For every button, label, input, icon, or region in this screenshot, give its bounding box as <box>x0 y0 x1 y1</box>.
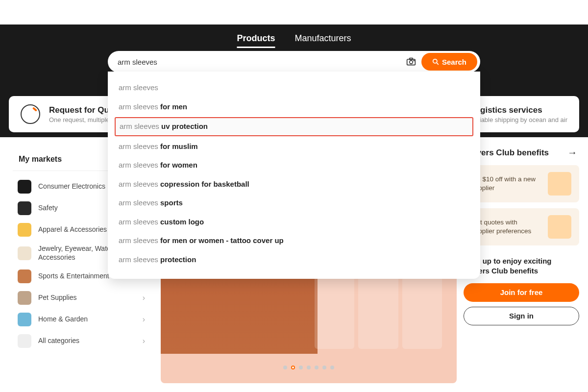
carousel-dot[interactable] <box>322 366 326 369</box>
market-item[interactable]: Home & Garden› <box>13 309 150 330</box>
search-type-tabs: Products Manufacturers <box>237 33 351 48</box>
suggestion-completion: for muslim <box>160 142 198 150</box>
suggestion-completion: for women <box>160 161 197 169</box>
suggestion-completion: for men <box>160 102 187 111</box>
signup-prompt-text: Sign up to enjoy exciting Buyers Club be… <box>465 256 578 276</box>
suggestion-completion: custom logo <box>160 218 204 226</box>
suggestion-prefix: arm sleeves <box>119 142 160 150</box>
chevron-right-icon: › <box>143 294 145 302</box>
svg-line-5 <box>437 63 439 65</box>
market-category-icon <box>18 291 31 305</box>
market-category-icon <box>18 313 31 326</box>
suggestion-prefix: arm sleeves <box>119 255 160 264</box>
carousel-dots <box>283 366 334 369</box>
search-suggestion[interactable]: arm sleeves sports <box>108 194 480 213</box>
suggestion-prefix: arm sleeves <box>119 198 160 207</box>
market-category-icon <box>18 223 31 237</box>
suggestion-prefix: arm sleeves <box>119 180 160 188</box>
suggestion-completion: uv protection <box>161 122 208 130</box>
logistics-title: Logistics services <box>470 105 567 115</box>
carousel-dot[interactable] <box>315 366 318 369</box>
search-suggestion[interactable]: arm sleeves for men or women - tattoo co… <box>108 231 480 250</box>
carousel-dot[interactable] <box>291 366 295 369</box>
benefit-card-quotes[interactable]: Get quotes with supplier preferences <box>464 208 579 245</box>
logistics-right[interactable]: Logistics services Reliable shipping by … <box>470 105 567 123</box>
suggestion-completion: protection <box>160 255 196 264</box>
benefit-text: Get quotes with supplier preferences <box>471 218 542 236</box>
search-suggestion[interactable]: arm sleeves protection <box>108 250 480 270</box>
suggestion-prefix: arm sleeves <box>119 102 160 111</box>
svg-point-3 <box>414 60 414 61</box>
suggestion-completion: for men or women - tattoo cover up <box>160 236 284 245</box>
market-item[interactable]: Pet Supplies› <box>13 287 150 309</box>
tab-manufacturers[interactable]: Manufacturers <box>294 33 351 48</box>
svg-point-4 <box>433 59 437 63</box>
buyers-club-column: Buyers Club benefits → US $10 off with a… <box>464 145 579 383</box>
chevron-right-icon: › <box>143 315 145 324</box>
market-label: Home & Garden <box>38 315 136 324</box>
suggestion-prefix: arm sleeves <box>120 122 161 130</box>
suggestion-prefix: arm sleeves <box>119 161 160 169</box>
search-suggestion[interactable]: arm sleeves for muslim <box>108 137 480 156</box>
market-category-icon <box>18 334 31 348</box>
search-suggestion[interactable]: arm sleeves for men <box>108 98 480 117</box>
market-item[interactable]: All categories› <box>13 330 150 352</box>
carousel-dot[interactable] <box>330 366 334 369</box>
carousel-dot[interactable] <box>283 366 287 369</box>
search-suggestion[interactable]: arm sleeves custom logo <box>108 213 480 232</box>
market-label: All categories <box>38 337 136 345</box>
preferences-icon <box>548 215 571 239</box>
search-input[interactable] <box>118 58 401 66</box>
rfq-target-icon <box>21 104 40 124</box>
sign-in-button[interactable]: Sign in <box>464 307 579 325</box>
join-free-button[interactable]: Join for free <box>464 283 579 302</box>
image-search-icon[interactable] <box>406 56 416 67</box>
search-button-label: Search <box>442 58 466 66</box>
search-suggestions: arm sleevesarm sleeves for menarm sleeve… <box>108 72 480 279</box>
tab-products[interactable]: Products <box>237 33 275 48</box>
buyers-club-title-row[interactable]: Buyers Club benefits → <box>464 145 579 165</box>
suggestion-prefix: arm sleeves <box>119 218 160 226</box>
suggestion-prefix: arm sleeves <box>119 236 160 245</box>
suggestion-completion: copression for basketball <box>160 180 249 188</box>
carousel-dot[interactable] <box>299 366 303 369</box>
market-label: Pet Supplies <box>38 294 136 302</box>
market-category-icon <box>18 201 31 215</box>
search-suggestion[interactable]: arm sleeves <box>108 78 480 98</box>
svg-point-1 <box>410 61 413 64</box>
search-bar: Search <box>108 51 480 73</box>
search-container: Search arm sleevesarm sleeves for menarm… <box>108 51 480 279</box>
search-suggestion[interactable]: arm sleeves for women <box>108 156 480 175</box>
arrow-right-icon: → <box>567 147 577 158</box>
search-suggestion[interactable]: arm sleeves copression for basketball <box>108 175 480 194</box>
search-suggestion[interactable]: arm sleeves uv protection <box>115 117 473 136</box>
logistics-subtitle: Reliable shipping by ocean and air <box>470 116 567 123</box>
benefit-text: US $10 off with a new supplier <box>471 175 542 193</box>
market-category-icon <box>18 246 31 260</box>
coupon-icon <box>548 172 571 196</box>
search-button[interactable]: Search <box>421 53 477 71</box>
benefit-card-discount[interactable]: US $10 off with a new supplier <box>464 165 579 202</box>
market-category-icon <box>18 270 31 283</box>
market-category-icon <box>18 180 31 194</box>
chevron-right-icon: › <box>143 337 145 345</box>
suggestion-prefix: arm sleeves <box>119 83 158 92</box>
carousel-dot[interactable] <box>307 366 311 369</box>
suggestion-completion: sports <box>160 198 183 207</box>
